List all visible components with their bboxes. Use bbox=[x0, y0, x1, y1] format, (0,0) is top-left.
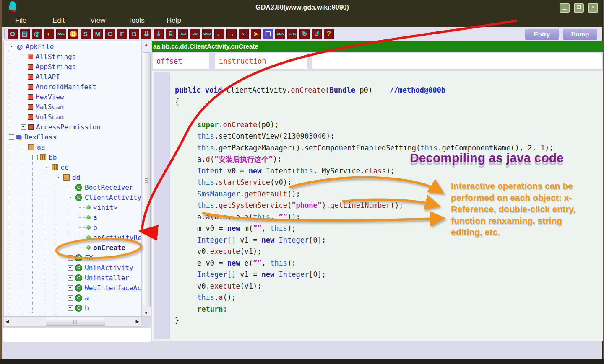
tree-item-label[interactable]: <init> bbox=[93, 204, 117, 212]
code-token[interactable]: v0 = bbox=[223, 167, 248, 175]
expand-icon[interactable]: + bbox=[68, 185, 73, 190]
code-token[interactable]: e v0 = bbox=[197, 259, 227, 267]
menu-view[interactable]: View bbox=[90, 16, 106, 25]
maximize-button[interactable]: ❐ bbox=[574, 3, 584, 13]
tree-item-androidmanifest[interactable]: AndroidManifest bbox=[4, 82, 141, 92]
code-token[interactable]: , bbox=[262, 224, 270, 232]
tree-item-clientactivity[interactable]: -CClientActivity bbox=[4, 192, 141, 202]
code-token[interactable]: ( bbox=[249, 213, 253, 221]
tree-item-label[interactable]: dd bbox=[72, 173, 80, 181]
collapse-icon[interactable]: - bbox=[56, 175, 61, 180]
tree-item-label[interactable]: Uninstaller bbox=[85, 274, 129, 282]
code-token[interactable]: a bbox=[206, 213, 210, 221]
code-token[interactable]: execute bbox=[210, 282, 240, 290]
code-line[interactable]: a.a(b.h, a.a(this, ””)); bbox=[175, 212, 599, 223]
tree-item-label[interactable]: a bbox=[85, 294, 89, 302]
tree-item-apkfile[interactable]: -@ApkFile bbox=[4, 41, 141, 52]
code-token[interactable]: this bbox=[270, 224, 287, 232]
expand-icon[interactable]: + bbox=[68, 255, 73, 261]
tree-item-oncreate[interactable]: onCreate bbox=[4, 243, 141, 253]
save-button[interactable]: ▤ bbox=[20, 29, 30, 39]
minimize-button[interactable]: ▁ bbox=[560, 3, 570, 13]
tree-item-label[interactable]: ClientActivity bbox=[85, 194, 141, 201]
tree-horizontal-scrollbar[interactable]: ◀ ||| ▶ bbox=[3, 317, 141, 327]
code-token[interactable]: e( bbox=[240, 259, 253, 267]
code-token[interactable]: )); bbox=[287, 213, 300, 221]
pill-toggle-button[interactable]: ◐ bbox=[44, 29, 54, 39]
code-token[interactable]: a bbox=[219, 293, 223, 302]
code-token[interactable]: a. bbox=[197, 155, 206, 163]
code-token[interactable]: startService bbox=[219, 178, 270, 186]
code-line[interactable]: this.getSystemService(”phone”).getLine1N… bbox=[175, 200, 599, 212]
code-token[interactable]: ); bbox=[287, 224, 296, 232]
tree-item-label[interactable]: onActivityResult bbox=[93, 234, 141, 242]
expand-icon[interactable]: + bbox=[68, 305, 73, 311]
code-token[interactable]: m( bbox=[240, 224, 253, 232]
code-line[interactable]: Integer[] v1 = new Integer[0]; bbox=[175, 269, 599, 281]
bytecode-button[interactable]: B bbox=[129, 29, 139, 39]
code-token[interactable]: //method@000b bbox=[390, 86, 445, 94]
tree-item-label[interactable]: b bbox=[93, 224, 97, 232]
code-token[interactable]: this bbox=[197, 201, 214, 209]
tree-item-vulscan[interactable]: VulScan bbox=[4, 112, 141, 122]
code-token[interactable]: Integer bbox=[279, 236, 309, 244]
tree-item-label[interactable]: a bbox=[93, 214, 97, 222]
help-button[interactable]: ? bbox=[324, 29, 334, 39]
code-token[interactable]: new bbox=[249, 167, 262, 175]
undo-region-button[interactable]: ↺ bbox=[312, 29, 322, 39]
code-token[interactable]: return bbox=[197, 305, 223, 313]
dump-button[interactable]: Dump bbox=[563, 29, 597, 40]
fields-button[interactable]: F bbox=[117, 29, 127, 39]
tree-item-a[interactable]: a bbox=[4, 212, 141, 222]
tree-item-label[interactable]: WebInterfaceActivity bbox=[85, 284, 141, 292]
code-token[interactable]: [0]; bbox=[309, 236, 326, 244]
tree-item-uninstaller[interactable]: +CUninstaller bbox=[4, 273, 141, 283]
scroll-up-icon[interactable]: ▲ bbox=[142, 42, 151, 47]
code-token[interactable]: this bbox=[296, 167, 313, 175]
open-file-button[interactable]: O bbox=[8, 29, 18, 39]
tree-item-uninactivity[interactable]: +CUninActivity bbox=[4, 263, 141, 273]
code-token[interactable]: onCreate bbox=[291, 86, 325, 94]
code-token[interactable]: , bbox=[270, 213, 279, 221]
code-token[interactable]: Bundle bbox=[330, 86, 355, 94]
tree-item-label[interactable]: HexView bbox=[36, 93, 64, 101]
scroll-left-icon[interactable]: ◀ bbox=[5, 319, 9, 324]
tree-item-label[interactable]: AllAPI bbox=[36, 73, 60, 81]
code-line[interactable]: return; bbox=[175, 304, 599, 315]
code-token[interactable]: this bbox=[197, 144, 214, 152]
xml-view-button[interactable]: XML bbox=[56, 29, 66, 39]
code-token[interactable]: v1 = bbox=[236, 236, 261, 244]
tree-item-allstrings[interactable]: AllStrings bbox=[4, 52, 141, 62]
tree-item-a[interactable]: +Ca bbox=[4, 293, 141, 303]
code-token[interactable]: super bbox=[197, 121, 219, 129]
code-line[interactable]: v0.execute(v1); bbox=[175, 246, 599, 258]
code-line[interactable]: m v0 = new m(””, this); bbox=[175, 223, 599, 235]
tree-item-label[interactable]: AppStrings bbox=[36, 63, 76, 71]
code-token[interactable]: a bbox=[245, 213, 249, 221]
code-token[interactable]: . bbox=[214, 201, 219, 209]
code-token[interactable]: d bbox=[206, 155, 210, 163]
code-token[interactable]: } bbox=[175, 316, 179, 325]
code-token[interactable]: this bbox=[197, 132, 214, 140]
hex-view-button[interactable]: HEX bbox=[178, 29, 188, 39]
code-token[interactable]: a. bbox=[197, 213, 206, 221]
tree-item-label[interactable]: DexClass bbox=[24, 133, 57, 141]
code-token[interactable]: getSystemService bbox=[219, 201, 287, 209]
code-token[interactable]: (b.h, a. bbox=[210, 213, 245, 221]
code-token[interactable]: , bbox=[262, 259, 270, 267]
code-token[interactable]: .getPackageManager().setComponentEnabled… bbox=[214, 144, 420, 152]
close-button[interactable]: × bbox=[588, 3, 598, 13]
code-token[interactable]: (v1); bbox=[240, 247, 261, 256]
menu-file[interactable]: File bbox=[15, 16, 26, 25]
collapse-icon[interactable]: - bbox=[32, 155, 38, 160]
code-token[interactable]: ( bbox=[287, 201, 292, 209]
menu-tools[interactable]: Tools bbox=[128, 16, 145, 25]
tree-item-fx[interactable]: +CFX bbox=[4, 253, 141, 263]
code-token[interactable]: ); bbox=[386, 167, 394, 175]
code-token[interactable]: public void bbox=[175, 86, 226, 94]
code-token[interactable]: ( bbox=[325, 86, 329, 94]
code-token[interactable]: . bbox=[240, 190, 244, 198]
code-token[interactable]: Integer[] bbox=[197, 270, 236, 279]
code-token[interactable]: (); bbox=[391, 201, 404, 209]
code-token[interactable]: new bbox=[227, 259, 240, 267]
